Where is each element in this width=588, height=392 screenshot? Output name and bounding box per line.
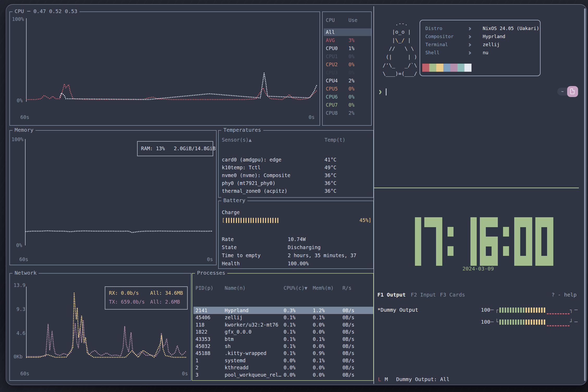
mixer-volume-block: [507, 319, 509, 325]
pane-separator-horizontal[interactable]: [374, 188, 579, 188]
mixer-tab-output[interactable]: F1 Output: [377, 292, 406, 298]
fetch-info-box: DistroNixOS 24.05 (Uakari)CompositorHypr…: [420, 20, 541, 76]
temp-row-sensor[interactable]: card0 (amdgpu): edge: [222, 157, 281, 162]
temp-row-sensor[interactable]: k10temp: Tctl: [222, 165, 261, 170]
clock-digit: [459, 217, 476, 266]
process-cell[interactable]: 43353: [195, 336, 210, 342]
process-cell: 0.1%: [313, 315, 325, 320]
cpu-row-name[interactable]: CPU0: [326, 45, 338, 51]
temperatures-panel[interactable]: Temperatures Sensor(s)▲ Temp(t) card0 (a…: [218, 130, 374, 198]
process-cell[interactable]: 2: [195, 365, 198, 370]
fetch-entry: Terminalzellij: [425, 42, 500, 47]
cpu-row-name[interactable]: CPU6: [326, 94, 338, 100]
tux-beak: \_/: [395, 37, 405, 43]
cpu-row-name[interactable]: CPU1: [326, 53, 338, 59]
cpu-panel-title: CPU ─ 0.47 0.52 0.53: [13, 8, 79, 14]
tux-ascii-art: .--. |o_o | |\_/ | // \ \ (| | ) /'\_ _/…: [383, 19, 417, 78]
cpu-graph-panel[interactable]: CPU ─ 0.47 0.52 0.53 100% 0% 60s 0s: [9, 11, 320, 126]
mixer-volume-block: [515, 307, 517, 313]
mixer-volume-block: [502, 319, 504, 325]
process-cell[interactable]: 3: [195, 372, 198, 378]
processes-panel-title: Processes: [195, 270, 227, 276]
text-cursor[interactable]: [386, 88, 387, 95]
battery-panel-title: Battery: [221, 197, 247, 203]
temp-header-temp: Temp(t): [324, 137, 345, 143]
chart-series-RAM: [26, 231, 213, 233]
mixer-status-text: Dummy Output: All: [396, 376, 450, 382]
cpu-row-name[interactable]: CPU2: [326, 62, 338, 67]
scrollbar[interactable]: [584, 8, 586, 381]
mixer-volume-block: [536, 319, 537, 325]
battery-panel[interactable]: Battery Charge [ 45%] Rate10.74WStateDis…: [218, 201, 374, 269]
temp-row-sensor[interactable]: nvme0 (nvme): Composite: [222, 172, 290, 178]
network-legend: RX: 0.0b/s All: 34.6MB TX: 659.0b/s All:…: [105, 286, 188, 310]
cpu-row-name[interactable]: CPU5: [326, 86, 338, 92]
temp-row-sensor[interactable]: phy0 (mt7921_phy0): [222, 180, 275, 186]
mixer-empty-dash: [547, 325, 549, 326]
battery-tick: [241, 218, 242, 223]
cpu-list-header-use: Use: [348, 17, 357, 23]
memory-y-max-label: 100%: [11, 136, 23, 142]
process-cell[interactable]: 2141: [195, 307, 207, 313]
battery-row-label: Time to empty: [222, 252, 261, 258]
battery-charge-bar: [226, 218, 280, 224]
proc-header-rs[interactable]: R/s: [342, 285, 351, 291]
process-cell: 0.1%: [284, 315, 296, 320]
cpu-row-name[interactable]: CPU3: [326, 70, 338, 75]
proc-header-mem[interactable]: Mem%(m): [313, 285, 334, 291]
process-cell: sh: [225, 343, 231, 349]
mixer-volume-block: [512, 307, 514, 313]
proc-header-name[interactable]: Name(n): [225, 285, 246, 291]
process-cell: 0.1%: [284, 336, 296, 342]
temp-row-sensor[interactable]: thermal_zone0 (acpitz): [222, 188, 287, 194]
process-cell: 0B/s: [342, 372, 354, 378]
pane-separator-vertical[interactable]: [373, 6, 374, 384]
mixer-bar-blocks[interactable]: [499, 307, 546, 314]
process-cell[interactable]: 1: [195, 358, 198, 363]
battery-tick: [243, 218, 244, 223]
memory-panel[interactable]: Memory 100% 0% 60s 0s RAM: 13% 2.0GiB/14…: [9, 130, 217, 265]
mixer-empty-dash: [552, 325, 554, 326]
battery-charge-label: Charge: [222, 209, 240, 215]
cpu-row-use: 2%: [348, 110, 354, 116]
process-cell[interactable]: 45406: [195, 315, 210, 320]
proc-header-cpu[interactable]: CPU%(c)▼: [284, 285, 308, 291]
clock-colon: [501, 217, 511, 266]
mixer-bar-dash-end: ─: [574, 319, 578, 325]
cpu-row-name[interactable]: All: [326, 29, 335, 35]
cpu-row-use: 0%: [348, 53, 354, 59]
process-cell: 0.0%: [313, 329, 325, 335]
process-cell: 0B/s: [342, 358, 354, 363]
mixer-volume-block: [528, 307, 530, 313]
mixer-device-name[interactable]: *Dummy Output: [377, 307, 418, 313]
mixer-volume-block: [541, 319, 543, 325]
processes-panel[interactable]: Processes PID(p) Name(n) CPU%(c)▼ Mem%(m…: [192, 273, 374, 381]
process-cell[interactable]: 45032: [195, 343, 210, 349]
mixer-tab-cards[interactable]: F3 Cards: [440, 292, 465, 298]
cpu-row-name[interactable]: CPU7: [326, 102, 338, 108]
process-cell[interactable]: 1822: [195, 329, 207, 335]
fetch-entry: Shellnu: [425, 50, 488, 55]
mixer-help-hint[interactable]: ? - help: [552, 292, 577, 298]
mixer-volume-block: [499, 307, 501, 313]
clock-digit: [403, 217, 421, 266]
mixer-bar-bracket-close: ┐: [570, 307, 573, 313]
mixer-empty-dash: [562, 325, 564, 326]
mixer-tab-input[interactable]: F2 Input: [411, 292, 436, 298]
process-cell[interactable]: 45188: [195, 350, 210, 356]
battery-row-value: 2 hours, 35 minutes, 37: [288, 252, 356, 258]
process-cell[interactable]: 118: [195, 322, 204, 328]
cpu-row-name[interactable]: CPU4: [326, 78, 338, 83]
clock-digit: [535, 217, 553, 266]
battery-tick: [255, 218, 256, 223]
battery-tick: [231, 218, 232, 223]
cpu-core-list-panel[interactable]: CPU Use AllAVG3%CPU01%CPU10%CPU20%CPU30%…: [322, 11, 372, 126]
mixer-bar-blocks[interactable]: [499, 319, 546, 326]
mixer-empty-dash: [565, 325, 567, 326]
proc-header-pid[interactable]: PID(p): [195, 285, 213, 291]
cpu-row-name[interactable]: AVG: [326, 37, 335, 43]
cpu-row-name[interactable]: CPU8: [326, 110, 338, 116]
memory-y-min-label: 0%: [16, 242, 22, 248]
battery-row-label: Rate: [222, 236, 234, 242]
network-panel[interactable]: Network 13.9 9.3 4.6 0Kb 60s 0s RX: 0.0b…: [9, 273, 191, 381]
